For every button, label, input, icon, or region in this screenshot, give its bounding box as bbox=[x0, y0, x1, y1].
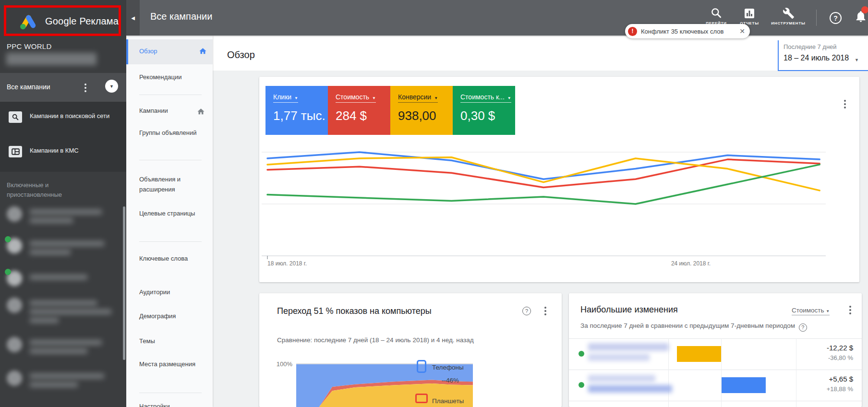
metric-cost-per-conv-value: 0,30 $ bbox=[460, 108, 515, 123]
nav-item-keywords[interactable]: Ключевые слова bbox=[139, 253, 202, 263]
nav-divider bbox=[139, 393, 202, 393]
metric-clicks[interactable]: Клики▼ 1,77 тыс. bbox=[265, 86, 328, 135]
alert-icon: ! bbox=[628, 27, 637, 36]
notification-badge bbox=[861, 6, 868, 13]
sidebar-scrollbar[interactable] bbox=[123, 206, 125, 360]
x-axis-end-label: 24 июл. 2018 г. bbox=[663, 260, 711, 267]
overview-line-chart bbox=[259, 149, 859, 264]
blurred-campaign-name[interactable] bbox=[30, 275, 87, 280]
nav-divider bbox=[139, 95, 202, 95]
nav-item-settings[interactable]: Настройки bbox=[139, 401, 202, 407]
blurred-campaign-link bbox=[588, 385, 672, 393]
left-sidebar: Google Реклама PPC WORLD Все кампании ▼ … bbox=[0, 0, 126, 407]
search-campaigns-label: Кампании в поисковой сети bbox=[30, 111, 116, 123]
overview-chart-card: Клики▼ 1,77 тыс. Стоимость▼ 284 $ Конвер… bbox=[259, 77, 859, 282]
search-campaigns-item[interactable]: Кампании в поисковой сети bbox=[9, 111, 116, 123]
top-bar: ◀ Все кампании ПЕРЕЙТИ ОТЧЕТЫ ИНСТРУМЕНТ… bbox=[126, 0, 868, 36]
campaign-type-section: Кампании в поисковой сети Кампании в КМС bbox=[0, 102, 126, 172]
display-campaigns-label: Кампании в КМС bbox=[30, 146, 116, 157]
chevron-down-icon[interactable]: ▼ bbox=[855, 58, 859, 62]
nav-item-audiences[interactable]: Аудитории bbox=[139, 287, 202, 297]
blurred-campaign-name bbox=[30, 218, 73, 223]
wrench-icon bbox=[768, 6, 808, 19]
dropdown-caret-icon: ▼ bbox=[507, 96, 511, 100]
close-icon[interactable]: ✕ bbox=[736, 27, 745, 35]
campaign-status-icon bbox=[7, 206, 22, 222]
enabled-status-dot bbox=[579, 351, 584, 357]
enabled-status-dot bbox=[5, 236, 11, 242]
more-options-icon[interactable] bbox=[84, 84, 86, 92]
legend-phones-delta: --46% bbox=[442, 377, 459, 384]
tools-button[interactable]: ИНСТРУМЕНТЫ bbox=[768, 6, 808, 25]
card-menu-icon[interactable] bbox=[844, 100, 846, 108]
help-icon[interactable]: ? bbox=[522, 307, 531, 315]
campaign-status-icon bbox=[7, 337, 22, 352]
nav-divider bbox=[139, 241, 202, 242]
dropdown-caret-icon: ▼ bbox=[826, 309, 830, 313]
date-selector-focus-border bbox=[778, 40, 779, 71]
enabled-status-dot bbox=[579, 382, 584, 388]
metric-conversions-value: 938,00 bbox=[398, 108, 453, 123]
blurred-campaign-name[interactable] bbox=[30, 209, 102, 215]
nav-item-landing-pages[interactable]: Целевые страницы bbox=[139, 208, 202, 218]
change-bar-positive bbox=[722, 377, 766, 393]
date-preset-label: Последние 7 дней bbox=[784, 43, 837, 50]
blurred-campaign-name bbox=[30, 309, 111, 314]
x-axis-start-label: 18 июл. 2018 г. bbox=[267, 260, 307, 267]
table-border bbox=[569, 370, 862, 370]
account-name: PPC WORLD bbox=[7, 42, 52, 50]
metric-clicks-value: 1,77 тыс. bbox=[273, 108, 328, 123]
nav-item-demographics[interactable]: Демография bbox=[139, 311, 202, 321]
metric-cost-per-conv[interactable]: Стоимость к...▼ 0,30 $ bbox=[453, 86, 515, 135]
nav-item-placements[interactable]: Места размещения bbox=[139, 359, 202, 369]
blurred-campaign-name bbox=[30, 382, 78, 387]
dropdown-caret-icon: ▼ bbox=[294, 96, 298, 100]
help-button[interactable]: ? bbox=[830, 12, 842, 24]
changes-card-title: Наибольшие изменения bbox=[580, 305, 678, 315]
legend-phones-label: Телефоны bbox=[432, 364, 464, 371]
blurred-campaign-name bbox=[30, 348, 87, 354]
nav-item-recommendations[interactable]: Рекомендации bbox=[139, 72, 202, 82]
blurred-campaign-name[interactable] bbox=[30, 241, 104, 246]
nav-item-ads-extensions[interactable]: Объявления и расширения bbox=[139, 174, 202, 194]
nav-item-ad-groups[interactable]: Группы объявлений bbox=[139, 128, 202, 138]
keyword-conflict-notification[interactable]: ! Конфликт 35 ключевых слов ✕ bbox=[625, 24, 750, 38]
nav-divider bbox=[139, 160, 202, 160]
card-menu-icon[interactable] bbox=[849, 306, 851, 314]
nav-item-overview[interactable]: Обзор bbox=[126, 39, 213, 64]
blurred-campaign-name[interactable] bbox=[30, 340, 102, 345]
card-menu-icon[interactable] bbox=[544, 307, 546, 315]
collapse-sidebar-button[interactable]: ◀ bbox=[126, 0, 140, 36]
blurred-campaign-link[interactable] bbox=[588, 375, 655, 382]
change-bar-negative bbox=[677, 346, 721, 362]
display-campaigns-item[interactable]: Кампании в КМС bbox=[9, 146, 116, 157]
page-title: Обзор bbox=[227, 49, 255, 60]
y-axis-max-label: 100% bbox=[267, 360, 292, 368]
tablet-icon bbox=[415, 394, 428, 403]
reports-button[interactable]: ОТЧЕТЫ bbox=[729, 6, 770, 25]
metric-cost-value: 284 $ bbox=[336, 108, 390, 123]
date-range-value[interactable]: 18 – 24 июль 2018 bbox=[784, 54, 849, 62]
date-selector-focus-border bbox=[778, 70, 868, 71]
device-card-subtitle: Сравнение: последние 7 дней (18 – 24 июл… bbox=[277, 336, 474, 344]
metric-cost[interactable]: Стоимость▼ 284 $ bbox=[328, 86, 390, 135]
blurred-account-id bbox=[6, 53, 96, 65]
table-border bbox=[569, 401, 862, 401]
device-share-card: Переход 51 % показов на компьютеры ? Сра… bbox=[259, 293, 562, 407]
table-border bbox=[721, 338, 722, 407]
nav-item-campaigns[interactable]: Кампании bbox=[139, 106, 202, 116]
blurred-campaign-name[interactable] bbox=[30, 300, 97, 306]
section-nav: Обзор Рекомендации Кампании Группы объяв… bbox=[126, 36, 213, 407]
metric-conversions[interactable]: Конверсии▼ 938,00 bbox=[390, 86, 453, 135]
campaign-status-icon bbox=[7, 371, 22, 386]
status-filter-label: Включенные и приостановленные bbox=[7, 180, 91, 200]
blurred-campaign-name[interactable] bbox=[30, 373, 104, 379]
nav-item-topics[interactable]: Темы bbox=[139, 336, 202, 346]
help-icon[interactable]: ? bbox=[799, 323, 807, 332]
metric-selector-dropdown[interactable]: Стоимость ▼ bbox=[792, 307, 830, 315]
dropdown-caret-icon: ▼ bbox=[372, 96, 376, 100]
all-campaigns-label: Все кампании bbox=[7, 83, 50, 91]
changes-card-subtitle: За последние 7 дней в сравнении с предыд… bbox=[580, 322, 858, 332]
collapse-campaigns-button[interactable]: ▼ bbox=[105, 80, 118, 93]
blurred-campaign-link[interactable] bbox=[588, 343, 669, 351]
